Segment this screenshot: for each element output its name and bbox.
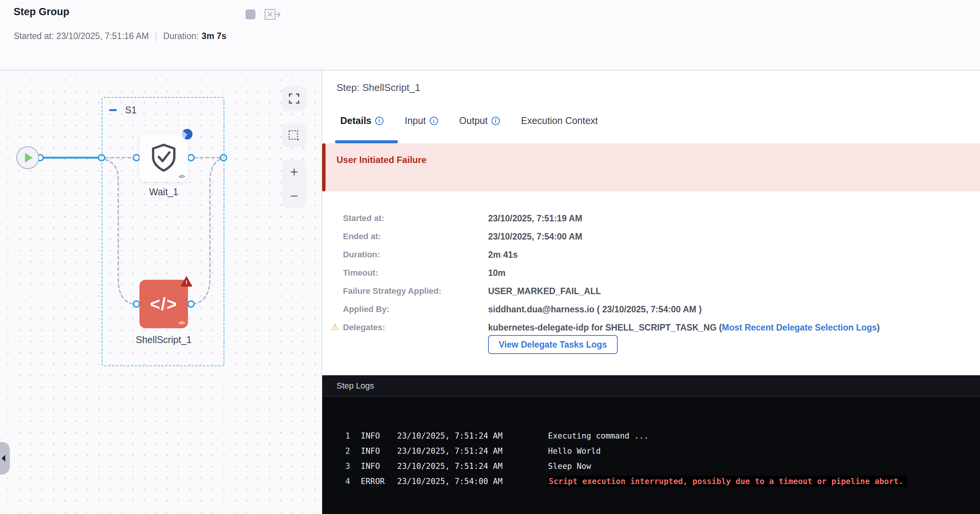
detail-value: 23/10/2025, 7:51:19 AM [488,213,582,224]
marquee-select-button[interactable] [282,124,306,148]
log-num: 2 [341,447,350,456]
detail-row: Started at:23/10/2025, 7:51:19 AM [322,209,980,228]
tab-bar: DetailsiInputiOutputiExecution Context [340,115,598,126]
failure-badge-icon: ! [180,276,192,286]
info-icon[interactable]: i [492,117,500,125]
step-details-panel: Step: ShellScript_1 DetailsiInputiOutput… [322,70,980,375]
tab-label: Output [459,115,488,126]
meta-divider [156,32,156,41]
duration-value: 3m 7s [202,31,226,41]
detail-row: Applied By:siddhant.dua@harness.io ( 23/… [322,300,980,318]
chevron-left-icon [2,455,5,462]
detail-value: USER_MARKED_FAIL_ALL [488,286,601,296]
duration-label: Duration: [163,31,199,41]
node-wait[interactable]: </> [140,134,188,182]
log-msg: Sleep Now [548,462,591,471]
detail-value: siddhant.dua@harness.io ( 23/10/2025, 7:… [488,304,702,315]
step-logs-header: Step Logs [322,375,980,397]
failure-banner-accent [322,143,326,191]
detail-label: Timeout: [343,268,378,278]
tab-details[interactable]: Detailsi [340,115,383,126]
code-badge-icon: </> [178,173,185,179]
log-level: INFO [361,431,386,441]
detail-row: Ended at:23/10/2025, 7:54:00 AM [322,228,980,246]
step-logs-title: Step Logs [337,381,374,391]
tab-label: Input [405,115,426,126]
failure-banner: User Initiated Failure [322,143,980,191]
code-badge-icon: </> [178,320,185,326]
view-delegate-tasks-logs-button[interactable]: View Delegate Tasks Logs [488,335,618,354]
detail-label: Ended at: [343,232,381,242]
info-icon[interactable]: i [430,117,438,125]
fullscreen-button[interactable] [282,86,306,111]
log-time: 23/10/2025, 7:51:24 AM [397,462,506,471]
step-logs-console[interactable]: Step Logs 1INFO23/10/2025, 7:51:24 AMExe… [322,375,980,514]
failure-banner-text: User Initiated Failure [337,154,426,165]
detail-label: Duration: [343,250,380,259]
detail-row: Failure Strategy Applied:USER_MARKED_FAI… [322,282,980,300]
pipeline-canvas[interactable]: S1 </> Wait_1 </> ! </> ShellScript_1 [0,70,321,514]
fullscreen-icon [288,93,300,104]
details-list: Started at:23/10/2025, 7:51:19 AMEnded a… [322,209,980,337]
start-node[interactable] [16,146,39,169]
tab-output[interactable]: Outputi [459,115,500,126]
node-shellscript[interactable]: </> ! </> [140,280,188,328]
detail-value: 2m 41s [488,250,518,260]
log-msg: Hello World [548,447,601,456]
x-square-arrow-icon-svg [264,8,281,21]
tab-input[interactable]: Inputi [405,115,438,126]
log-num: 3 [341,462,350,471]
left-edge-button[interactable] [0,442,10,474]
zoom-in-button[interactable]: + [290,165,298,179]
started-at-label: Started at: [14,31,54,41]
info-icon[interactable]: i [375,117,383,125]
execution-meta: Started at: 23/10/2025, 7:51:16 AM Durat… [14,31,226,41]
detail-row: ⚠Delegates:kubernetes-delegate-idp for S… [322,318,980,337]
tab-execution-context[interactable]: Execution Context [521,115,598,126]
warning-icon: ⚠ [331,323,339,331]
log-time: 23/10/2025, 7:51:24 AM [397,431,506,441]
x-square-arrow-icon[interactable] [264,8,281,21]
detail-value: 10m [488,268,506,278]
play-icon [25,153,33,162]
log-line: 3INFO23/10/2025, 7:51:24 AMSleep Now [322,459,980,474]
marquee-select-icon [288,130,300,142]
tab-label: Details [340,115,371,126]
log-line: 2INFO23/10/2025, 7:51:24 AMHello World [322,444,980,459]
log-line: 1INFO23/10/2025, 7:51:24 AMExecuting com… [322,428,980,444]
node-shellscript-label: ShellScript_1 [115,334,213,345]
log-level: ERROR [361,477,386,486]
log-line: 4ERROR23/10/2025, 7:54:00 AMScript execu… [322,474,980,489]
running-spinner-icon [182,129,192,140]
log-level: INFO [361,462,386,471]
zoom-out-button[interactable]: − [290,189,298,203]
tab-label: Execution Context [521,115,598,126]
detail-value: 23/10/2025, 7:54:00 AM [488,232,582,242]
page-title: Step Group [14,6,69,18]
node-wait-label: Wait_1 [115,186,213,197]
stop-icon[interactable] [245,10,255,19]
step-title: Step: ShellScript_1 [337,82,420,94]
collapse-group-icon[interactable] [109,109,117,111]
active-tab-underline [335,140,398,143]
detail-label: Failure Strategy Applied: [343,286,441,296]
execution-header: Step Group Started at: 23/10/2025, 7:51:… [0,0,980,70]
detail-label: Delegates: [343,323,385,333]
log-time: 23/10/2025, 7:54:00 AM [397,477,506,486]
detail-value: kubernetes-delegate-idp for SHELL_SCRIPT… [488,323,880,333]
delegate-selection-logs-link[interactable]: Most Recent Delegate Selection Logs [722,323,877,333]
detail-label: Started at: [343,213,384,223]
detail-row: Timeout:10m [322,264,980,282]
detail-label: Applied By: [343,304,389,314]
log-time: 23/10/2025, 7:51:24 AM [397,447,506,456]
group-label: S1 [125,105,137,116]
log-num: 4 [341,477,350,486]
zoom-control: + − [282,160,306,208]
detail-row: Duration:2m 41s [322,246,980,264]
log-level: INFO [361,447,386,456]
log-msg: Script execution interrupted, possibly d… [548,476,907,487]
log-num: 1 [341,431,350,441]
started-at-value: 23/10/2025, 7:51:16 AM [56,31,149,41]
log-msg: Executing command ... [548,431,649,441]
log-list: 1INFO23/10/2025, 7:51:24 AMExecuting com… [322,428,980,489]
